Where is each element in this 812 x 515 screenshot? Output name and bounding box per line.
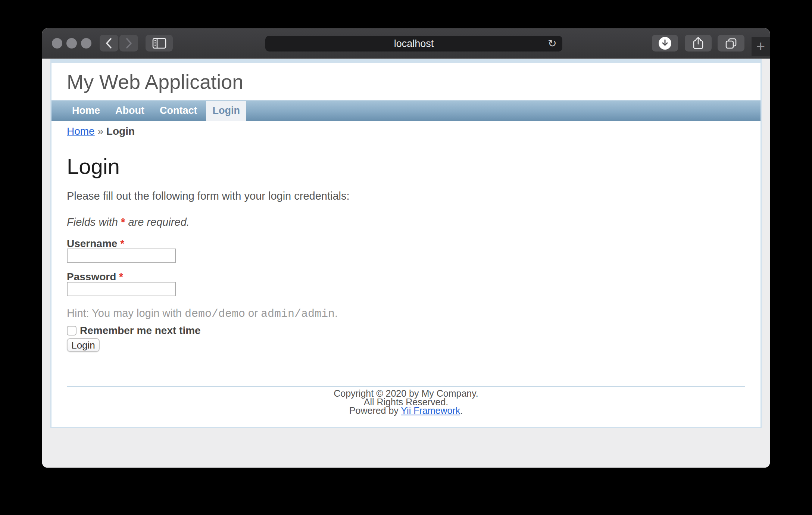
remember-me-label: Remember me next time [80, 325, 201, 336]
address-bar[interactable]: localhost ↻ [265, 36, 562, 52]
required-note-suffix: are required. [125, 216, 190, 228]
nav-item-contact[interactable]: Contact [153, 100, 204, 121]
remember-me-checkbox[interactable] [67, 326, 76, 335]
forward-button[interactable] [119, 35, 138, 52]
tabs-icon [725, 37, 737, 50]
chevron-right-icon [124, 38, 134, 49]
intro-text: Please fill out the following form with … [67, 190, 745, 202]
nav-item-about[interactable]: About [109, 100, 151, 121]
screen: localhost ↻ [0, 0, 812, 515]
share-button[interactable] [685, 35, 712, 52]
address-bar-url: localhost [394, 38, 434, 49]
login-submit-button[interactable]: Login [67, 338, 100, 352]
password-input[interactable] [67, 282, 176, 296]
breadcrumb-current: Login [106, 125, 135, 137]
footer-powered-by: Powered by Yii Framework. [67, 406, 745, 415]
yii-framework-link[interactable]: Yii Framework [401, 405, 460, 416]
browser-window: localhost ↻ [42, 28, 770, 468]
footer-powered-suffix: . [460, 405, 463, 416]
footer-powered-prefix: Powered by [349, 405, 401, 416]
username-label: Username * [67, 239, 745, 249]
username-required-star: * [120, 238, 124, 249]
password-label-text: Password [67, 271, 116, 283]
browser-toolbar: localhost ↻ [42, 28, 770, 59]
back-button[interactable] [100, 35, 118, 52]
breadcrumb-home-link[interactable]: Home [67, 125, 95, 137]
reload-icon[interactable]: ↻ [545, 36, 559, 52]
minimize-window-button[interactable] [66, 38, 77, 49]
hint-admin-credentials: admin/admin [261, 308, 335, 320]
main-nav: Home About Contact Login [51, 100, 761, 121]
nav-item-home[interactable]: Home [66, 100, 106, 121]
page-viewport: My Web Application Home About Contact Lo… [42, 59, 770, 468]
zoom-window-button[interactable] [81, 38, 91, 49]
page-footer: Copyright © 2020 by My Company. All Righ… [67, 389, 745, 415]
username-input[interactable] [67, 249, 176, 263]
breadcrumb: Home » Login [67, 126, 745, 137]
download-icon [659, 37, 671, 50]
nav-item-login[interactable]: Login [206, 101, 246, 121]
username-label-text: Username [67, 238, 117, 249]
tab-overview-button[interactable] [718, 35, 744, 52]
site-title: My Web Application [67, 72, 243, 92]
sidebar-icon [152, 38, 166, 49]
downloads-button[interactable] [652, 35, 678, 52]
required-note-prefix: Fields with [67, 216, 121, 228]
chevron-left-icon [104, 38, 114, 49]
password-required-star: * [119, 271, 123, 283]
page-title: Login [67, 155, 745, 178]
hint-demo-credentials: demo/demo [185, 308, 245, 320]
remember-me-row: Remember me next time [67, 325, 745, 336]
hint-prefix: Hint: You may login with [67, 307, 185, 319]
breadcrumb-separator: » [97, 125, 103, 137]
close-window-button[interactable] [52, 38, 62, 49]
share-icon [692, 37, 705, 50]
page-content: Home » Login Login Please fill out the f… [51, 126, 761, 415]
hint-suffix: . [335, 307, 338, 319]
required-note: Fields with * are required. [67, 216, 745, 228]
window-controls [52, 38, 91, 49]
password-label: Password * [67, 272, 745, 282]
sidebar-toggle-button[interactable] [146, 35, 173, 52]
footer-divider [67, 386, 745, 387]
hint-or: or [245, 307, 261, 319]
login-hint: Hint: You may login with demo/demo or ad… [67, 307, 745, 320]
site-header: My Web Application [51, 63, 761, 100]
required-star: * [121, 216, 125, 228]
new-tab-button[interactable]: + [752, 37, 770, 56]
page-container: My Web Application Home About Contact Lo… [50, 59, 762, 428]
